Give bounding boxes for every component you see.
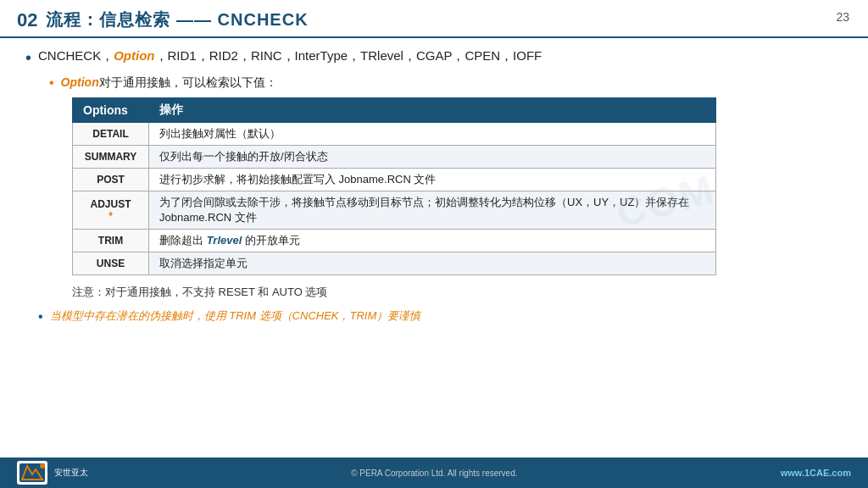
options-table-wrap: Options 操作 DETAIL 列出接触对属性（默认） SUMMARY 仅列… [72, 97, 843, 275]
bullet-suffix: ，RID1，RID2，RINC，InterType，TRlevel，CGAP，C… [155, 48, 542, 63]
option-post: POST [73, 169, 149, 191]
option-trim: TRIM [73, 230, 149, 252]
slide-number: 02 [17, 9, 37, 31]
slide-title: 流程：信息检索 —— CNCHECK [46, 8, 308, 31]
option-label-1: Option [114, 48, 154, 63]
page-number: 23 [836, 10, 849, 24]
logo-box [17, 461, 47, 485]
footer: 安世亚太 © PERA Corporation Ltd. All rights … [0, 458, 868, 488]
table-row: TRIM 删除超出 Trlevel 的开放单元 [73, 230, 716, 252]
note-text: 注意：对于通用接触，不支持 RESET 和 AUTO 选项 [72, 286, 327, 298]
bullet-text-1: CNCHECK，Option，RID1，RID2，RINC，InterType，… [38, 47, 542, 66]
option-unse: UNSE [73, 252, 149, 275]
table-col2-header: 操作 [149, 98, 716, 123]
option-adjust: ADJUST* [73, 191, 149, 230]
option-label-sub: Option [61, 75, 99, 89]
desc-unse: 取消选择指定单元 [149, 252, 716, 275]
bullet-main-1: • CNCHECK，Option，RID1，RID2，RINC，InterTyp… [25, 47, 843, 69]
bottom-bullet-dot: • [38, 308, 43, 326]
sub-bullet-suffix: 对于通用接触，可以检索以下值： [99, 75, 277, 89]
pera-logo-icon [19, 463, 46, 483]
desc-trim: 删除超出 Trlevel 的开放单元 [149, 230, 716, 252]
options-table: Options 操作 DETAIL 列出接触对属性（默认） SUMMARY 仅列… [72, 97, 716, 275]
sub-bullet-dot-1: • [49, 74, 54, 92]
bottom-bullet-1: • 当模型中存在潜在的伪接触时，使用 TRIM 选项（CNCHEK，TRIM）要… [38, 308, 843, 326]
website-text: www.1CAE.com [781, 468, 851, 478]
bullet-prefix: CNCHECK， [38, 48, 114, 63]
table-row: ADJUST* 为了闭合间隙或去除干涉，将接触节点移动到目标节点；初始调整转化为… [73, 191, 716, 230]
company-name: 安世亚太 [54, 467, 88, 479]
table-row: DETAIL 列出接触对属性（默认） [73, 123, 716, 146]
desc-detail: 列出接触对属性（默认） [149, 123, 716, 146]
table-row: UNSE 取消选择指定单元 [73, 252, 716, 275]
footer-logo-section: 安世亚太 [17, 461, 88, 485]
option-summary: SUMMARY [73, 146, 149, 169]
main-content: • CNCHECK，Option，RID1，RID2，RINC，InterTyp… [0, 38, 868, 336]
bullet-dot-1: • [25, 47, 31, 69]
sub-bullet-text-1: Option对于通用接触，可以检索以下值： [61, 74, 277, 92]
desc-post: 进行初步求解，将初始接触配置写入 Jobname.RCN 文件 [149, 169, 716, 191]
bottom-bullet-text: 当模型中存在潜在的伪接触时，使用 TRIM 选项（CNCHEK，TRIM）要谨慎 [50, 308, 421, 324]
copyright-text: © PERA Corporation Ltd. All rights reser… [351, 469, 517, 478]
table-row: POST 进行初步求解，将初始接触配置写入 Jobname.RCN 文件 [73, 169, 716, 191]
table-row: SUMMARY 仅列出每一个接触的开放/闭合状态 [73, 146, 716, 169]
desc-adjust: 为了闭合间隙或去除干涉，将接触节点移动到目标节点；初始调整转化为结构位移（UX，… [149, 191, 716, 230]
option-detail: DETAIL [73, 123, 149, 146]
table-col1-header: Options [73, 98, 149, 123]
sub-bullet-1: • Option对于通用接触，可以检索以下值： [49, 74, 843, 92]
header: 02 流程：信息检索 —— CNCHECK 23 [0, 0, 868, 38]
desc-summary: 仅列出每一个接触的开放/闭合状态 [149, 146, 716, 169]
note-section: 注意：对于通用接触，不支持 RESET 和 AUTO 选项 [72, 282, 843, 302]
svg-point-2 [40, 463, 45, 469]
